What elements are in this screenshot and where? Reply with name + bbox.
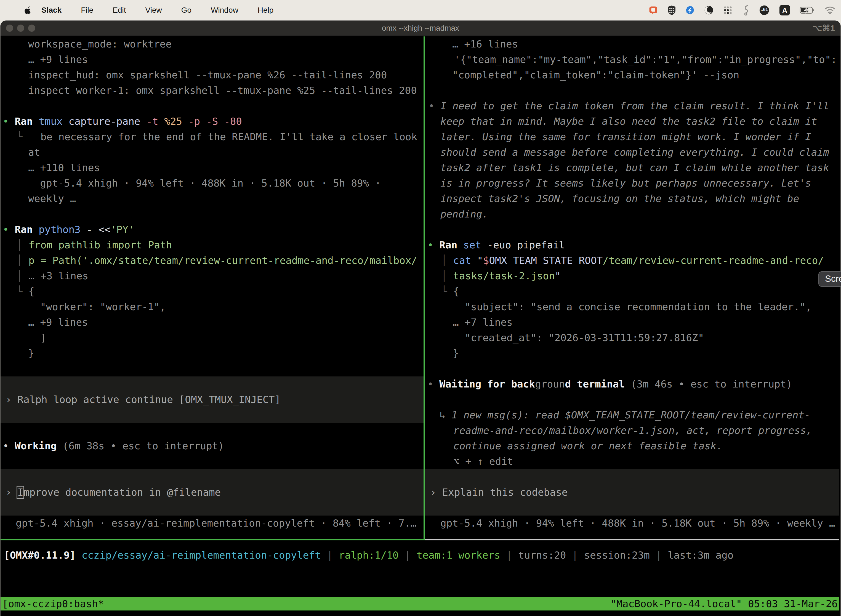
tmux-status-bar: [omx-cczip0:bash* "MacBook-Pro-44.local"… <box>0 597 840 610</box>
terminal-row: … +9 lines <box>0 52 423 67</box>
terminal-row <box>425 222 840 238</box>
terminal-row: ↳ 1 new msg(s): read $OMX_TEAM_STATE_ROO… <box>425 407 840 423</box>
input-source-a-icon[interactable]: A <box>779 5 790 16</box>
terminal-row: │ tasks/task-2.json" <box>425 268 840 284</box>
menu-items: FileEditViewGoWindowHelp <box>62 6 273 15</box>
battery-icon[interactable] <box>800 6 815 14</box>
terminal-row: … +7 lines <box>425 315 840 330</box>
screen-record-icon[interactable] <box>649 6 658 15</box>
omx-status-line: [OMX#0.11.9] cczip/essay/ai-reimplementa… <box>0 547 841 563</box>
menu-status-icons: ..61 A <box>649 5 841 16</box>
menu-item-edit[interactable]: Edit <box>113 6 126 15</box>
terminal-row: continue assigned work or next feasible … <box>425 438 840 454</box>
right-pane-border <box>425 539 840 540</box>
left-pane-border <box>0 539 425 540</box>
terminal-row <box>425 361 840 377</box>
apple-menu-icon[interactable] <box>24 6 31 15</box>
terminal-row: readme-and-reco/mailbox/worker-1.json, a… <box>425 423 840 438</box>
wifi-icon[interactable] <box>825 6 835 15</box>
menu-item-window[interactable]: Window <box>211 6 238 15</box>
right-pane: … +16 lines'{"team_name":"my-team","task… <box>425 37 840 531</box>
terminal-row: workspace_mode: worktree <box>0 37 423 52</box>
terminal-row: '{"team_name":"my-team","task_id":"1","f… <box>425 52 840 67</box>
terminal-row: └ be necessary for the end of the README… <box>0 129 423 145</box>
terminal-row: at <box>0 145 423 160</box>
privacy-shield-icon[interactable] <box>667 5 676 15</box>
menu-bar: Slack FileEditViewGoWindowHelp ..61 A <box>0 0 841 21</box>
terminal-row: "worker": "worker-1", <box>0 299 423 315</box>
terminal-row: • Ran tmux capture-pane -t %25 -p -S -80 <box>0 114 423 129</box>
terminal-window: omx --xhigh --madmax ⌥⌘1 workspace_mode:… <box>0 21 841 616</box>
terminal-row: │ p = Path('.omx/state/team/review-curre… <box>0 253 423 268</box>
terminal-row: gpt-5.4 xhigh · 94% left · 488K in · 5.1… <box>0 176 423 191</box>
terminal-row: └ { <box>425 284 840 299</box>
tmux-session-label: [omx-cczip0:bash* <box>2 597 104 610</box>
terminal-row: task2 after task1 is complete, but can I… <box>425 160 840 176</box>
terminal-row: } <box>425 346 840 361</box>
prompt-suggestion[interactable]: › Ralph loop active continue [OMX_TMUX_I… <box>0 377 423 423</box>
terminal-row: gpt-5.4 xhigh · essay/ai-reimplementatio… <box>0 516 423 531</box>
terminal-row: • Ran set -euo pipefail <box>425 238 840 253</box>
terminal-row <box>0 98 423 114</box>
terminal-row: should send a message before completing … <box>425 145 840 160</box>
terminal-row: "subject": "send a concise recommendatio… <box>425 299 840 315</box>
shortcuts-icon[interactable] <box>742 5 749 16</box>
dots-grid-icon[interactable] <box>723 5 733 15</box>
terminal-row: … +110 lines <box>0 160 423 176</box>
menu-item-go[interactable]: Go <box>181 6 192 15</box>
terminal-row <box>425 392 840 407</box>
terminal-row: ] <box>0 330 423 346</box>
terminal-row: keep that in mind. Maybe I also need the… <box>425 114 840 129</box>
terminal-row: "completed","claim_token":"claim-token"}… <box>425 67 840 83</box>
terminal-row: inspect_worker-1: omx sparkshell --tmux-… <box>0 83 423 98</box>
pane-divider[interactable] <box>423 37 425 539</box>
terminal-row: "created_at": "2026-03-31T11:59:27.816Z" <box>425 330 840 346</box>
menu-item-help[interactable]: Help <box>258 6 274 15</box>
terminal-row: … +16 lines <box>425 37 840 52</box>
terminal-row: • Ran python3 - <<'PY' <box>0 222 423 238</box>
terminal-row: • Working (6m 38s • esc to interrupt) <box>0 438 423 454</box>
terminal-row: pending. <box>425 207 840 222</box>
terminal-row: │ cat "$OMX_TEAM_STATE_ROOT/team/review-… <box>425 253 840 268</box>
terminal-row: } <box>0 346 423 361</box>
terminal-row: │ … +3 lines <box>0 268 423 284</box>
terminal-row <box>0 207 423 222</box>
terminal-row <box>0 454 423 469</box>
prompt-suggestion[interactable]: › Improve documentation in @filename <box>0 469 423 516</box>
terminal-row: gpt-5.4 xhigh · 94% left · 488K in · 5.1… <box>425 516 840 531</box>
terminal-row: is in progress? It seems likely but perh… <box>425 176 840 191</box>
window-title-bar: omx --xhigh --madmax ⌥⌘1 <box>0 21 841 35</box>
terminal-row: └ { <box>0 284 423 299</box>
terminal-row: later. Using the same for transition mig… <box>425 129 840 145</box>
menu-item-file[interactable]: File <box>81 6 93 15</box>
tmux-host-clock: "MacBook-Pro-44.local" 05:03 31-Mar-26 <box>610 597 838 610</box>
terminal-row: ⌥ + ↑ edit <box>425 454 840 469</box>
window-title: omx --xhigh --madmax <box>0 21 841 35</box>
left-pane: workspace_mode: worktree… +9 linesinspec… <box>0 37 423 531</box>
moon-icon[interactable] <box>704 6 714 15</box>
terminal-row: inspect task2's JSON, focusing on the st… <box>425 191 840 207</box>
terminal-row: │ from pathlib import Path <box>0 238 423 253</box>
terminal-row: weekly … <box>0 191 423 207</box>
screen-share-tooltip: Scre <box>818 271 841 287</box>
menu-item-view[interactable]: View <box>145 6 162 15</box>
terminal-row: inspect_hud: omx sparkshell --tmux-pane … <box>0 67 423 83</box>
terminal-row <box>425 83 840 98</box>
terminal-row: … +9 lines <box>0 315 423 330</box>
terminal-row <box>0 423 423 438</box>
terminal-row: • Waiting for background terminal (3m 46… <box>425 377 840 392</box>
window-shortcut: ⌥⌘1 <box>813 21 835 35</box>
menu-app-name[interactable]: Slack <box>41 6 62 15</box>
terminal-row <box>0 361 423 377</box>
badge-61-icon[interactable]: ..61 <box>759 5 770 15</box>
messenger-bolt-icon[interactable] <box>686 6 695 15</box>
prompt-suggestion[interactable]: › Explain this codebase <box>425 469 840 516</box>
input-source-label: A <box>779 6 790 14</box>
badge-61-label: ..61 <box>759 7 770 12</box>
terminal-row: • I need to get the claim token from the… <box>425 98 840 114</box>
